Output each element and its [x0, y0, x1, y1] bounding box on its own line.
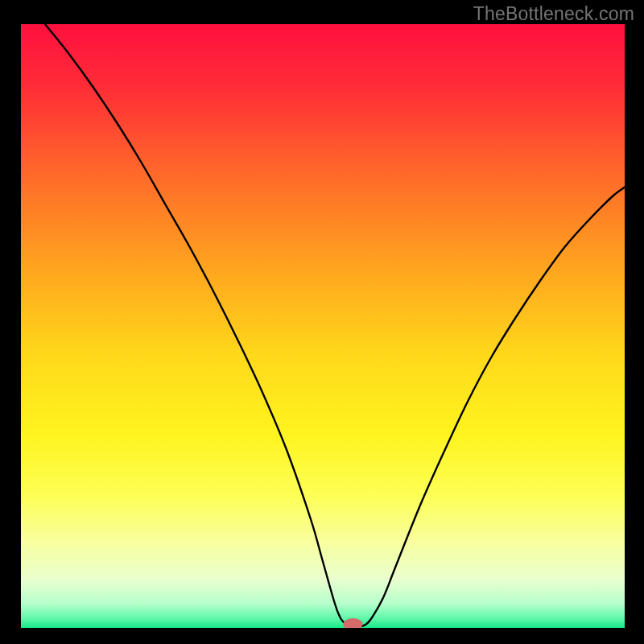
plot-area	[21, 24, 625, 628]
watermark-text: TheBottleneck.com	[473, 3, 634, 25]
chart-container: TheBottleneck.com	[0, 0, 644, 644]
plot-svg	[21, 24, 625, 628]
